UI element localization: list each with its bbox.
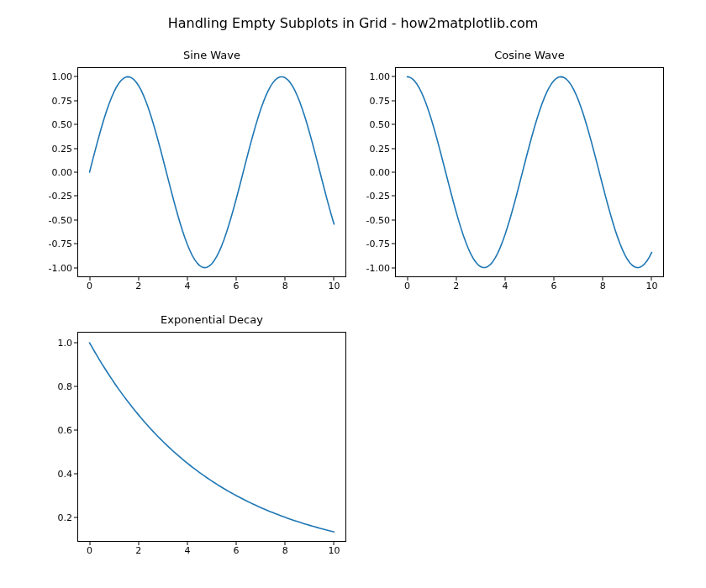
ytick-label: 0.25 [52,143,73,154]
xtick-label: 4 [184,281,190,291]
ytick-label: -0.75 [49,239,72,249]
xtick-label: 8 [282,545,288,556]
ytick-label: 0.4 [58,469,73,480]
series-line [90,343,335,532]
series-line [408,76,652,267]
line-plot [395,67,664,277]
ytick-label: -0.50 [366,214,390,225]
ytick-label: 0.00 [52,167,73,178]
ytick-label: 1.00 [52,71,73,82]
series-line [90,76,335,267]
xtick-label: 0 [87,545,92,556]
xtick-label: 2 [135,545,141,556]
subplot-title: Exponential Decay [77,313,346,326]
subplot-0: Sine Wave0246810-1.00-0.75-0.50-0.250.00… [77,67,346,277]
ytick-label: 0.75 [52,95,73,106]
xtick-label: 2 [453,281,459,291]
ytick-label: 0.00 [370,167,391,178]
ytick-label: 0.2 [58,512,73,523]
figure-suptitle: Handling Empty Subplots in Grid - how2ma… [0,15,706,31]
line-plot [77,67,346,277]
ytick-label: -1.00 [49,262,72,273]
ytick-label: 1.0 [58,338,73,349]
ytick-label: -0.50 [49,214,72,225]
ytick-label: -1.00 [366,262,390,273]
ytick-label: 1.00 [370,71,391,82]
xtick-label: 0 [87,281,92,291]
xtick-label: 8 [282,281,288,291]
ytick-label: 0.25 [370,143,391,154]
ytick-label: 0.50 [370,119,391,130]
subplot-title: Cosine Wave [395,49,664,61]
ytick-label: 0.6 [58,425,73,436]
ytick-label: 0.75 [370,95,391,106]
ytick-label: -0.25 [366,191,390,202]
xtick-label: 10 [328,281,340,291]
ytick-label: 0.50 [52,119,73,130]
xtick-label: 10 [328,545,340,556]
line-plot [77,332,346,542]
xtick-label: 6 [234,281,240,291]
xtick-label: 2 [135,281,141,291]
subplot-2: Exponential Decay02468100.20.40.60.81.0 [77,332,346,542]
xtick-label: 8 [600,281,606,291]
subplot-1: Cosine Wave0246810-1.00-0.75-0.50-0.250.… [395,67,664,277]
xtick-label: 6 [551,281,557,291]
xtick-label: 4 [502,281,508,291]
xtick-label: 6 [234,545,240,556]
ytick-label: 0.8 [58,381,73,392]
xtick-label: 10 [645,281,657,291]
figure: Handling Empty Subplots in Grid - how2ma… [0,0,706,588]
xtick-label: 4 [184,545,190,556]
ytick-label: -0.75 [366,239,390,249]
subplot-title: Sine Wave [77,49,346,61]
ytick-label: -0.25 [49,191,72,202]
xtick-label: 0 [404,281,410,291]
